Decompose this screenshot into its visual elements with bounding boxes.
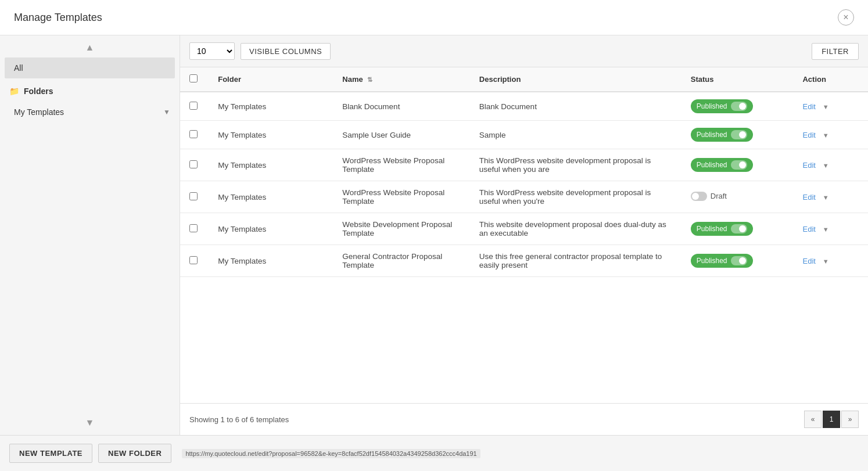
folders-label: 📁 Folders xyxy=(9,87,53,96)
row-description-0: Blank Document xyxy=(470,92,682,121)
col-header-status: Status xyxy=(682,67,794,92)
row-folder-0: My Templates xyxy=(209,92,333,121)
row-checkbox-5[interactable] xyxy=(189,256,198,264)
edit-link-1[interactable]: Edit xyxy=(802,131,815,139)
row-checkbox-cell xyxy=(180,121,209,149)
visible-columns-button[interactable]: VISIBLE COLUMNS xyxy=(241,43,331,60)
edit-link-0[interactable]: Edit xyxy=(802,102,815,111)
row-status-3: Draft xyxy=(682,181,794,213)
row-folder-4: My Templates xyxy=(209,213,333,245)
my-templates-label: My Templates xyxy=(14,107,64,117)
toolbar: 10 25 50 100 VISIBLE COLUMNS FILTER xyxy=(180,35,868,67)
row-action-0: Edit ▼ xyxy=(793,92,868,121)
action-dropdown-chevron-0[interactable]: ▼ xyxy=(823,103,829,110)
row-description-2: This WordPress website development propo… xyxy=(470,149,682,181)
col-header-name[interactable]: Name ⇅ xyxy=(333,67,470,92)
close-button[interactable]: × xyxy=(838,9,854,26)
action-dropdown-chevron-3[interactable]: ▼ xyxy=(823,194,829,201)
action-dropdown-chevron-2[interactable]: ▼ xyxy=(823,162,829,169)
row-description-4: This website development proposal does d… xyxy=(470,213,682,245)
select-all-checkbox[interactable] xyxy=(189,74,198,82)
row-checkbox-2[interactable] xyxy=(189,160,198,168)
row-checkbox-cell xyxy=(180,181,209,213)
row-checkbox-cell xyxy=(180,92,209,121)
modal-title: Manage Templates xyxy=(14,12,102,24)
modal-body: ▲ All 📁 Folders My Templates ▼ ▼ 10 25 xyxy=(0,35,868,435)
row-name-4: Website Development Proposal Template xyxy=(333,213,470,245)
row-checkbox-3[interactable] xyxy=(189,192,198,200)
table-row: My Templates WordPress Website Proposal … xyxy=(180,181,868,213)
row-checkbox-cell xyxy=(180,213,209,245)
folders-text: Folders xyxy=(24,87,53,96)
filter-button[interactable]: FILTER xyxy=(812,43,859,60)
sidebar: ▲ All 📁 Folders My Templates ▼ ▼ xyxy=(0,35,180,435)
col-header-action: Action xyxy=(793,67,868,92)
edit-link-5[interactable]: Edit xyxy=(802,257,815,265)
templates-table: Folder Name ⇅ Description Status xyxy=(180,67,868,277)
row-status-4: Published xyxy=(682,213,794,245)
table-row: My Templates Website Development Proposa… xyxy=(180,213,868,245)
row-action-1: Edit ▼ xyxy=(793,121,868,149)
table-row: My Templates Blank Document Blank Docume… xyxy=(180,92,868,121)
action-dropdown-chevron-5[interactable]: ▼ xyxy=(823,258,829,265)
sidebar-item-my-templates[interactable]: My Templates ▼ xyxy=(0,102,180,123)
published-badge-4: Published xyxy=(691,222,753,236)
status-url: https://my.quotecloud.net/edit?proposal=… xyxy=(182,449,480,458)
row-name-3: WordPress Website Proposal Template xyxy=(333,181,470,213)
col-header-folder: Folder xyxy=(209,67,333,92)
published-badge-0: Published xyxy=(691,99,753,113)
action-dropdown-chevron-1[interactable]: ▼ xyxy=(823,132,829,139)
row-checkbox-4[interactable] xyxy=(189,224,198,232)
row-folder-1: My Templates xyxy=(209,121,333,149)
scroll-up-icon[interactable]: ▲ xyxy=(0,40,180,55)
first-page-button[interactable]: « xyxy=(804,411,822,428)
row-status-2: Published xyxy=(682,149,794,181)
templates-table-container: Folder Name ⇅ Description Status xyxy=(180,67,868,403)
main-content: 10 25 50 100 VISIBLE COLUMNS FILTER xyxy=(180,35,868,435)
table-row: My Templates Sample User Guide Sample Pu… xyxy=(180,121,868,149)
manage-templates-modal: Manage Templates × ▲ All 📁 Folders My Te… xyxy=(0,0,868,471)
row-description-5: Use this free general contractor proposa… xyxy=(470,245,682,277)
last-page-button[interactable]: » xyxy=(841,411,859,428)
draft-toggle-3[interactable] xyxy=(691,192,707,201)
published-badge-5: Published xyxy=(691,254,753,268)
scroll-down-icon[interactable]: ▼ xyxy=(0,415,180,430)
published-badge-1: Published xyxy=(691,128,753,142)
table-header-row: Folder Name ⇅ Description Status xyxy=(180,67,868,92)
action-dropdown-chevron-4[interactable]: ▼ xyxy=(823,226,829,233)
row-status-1: Published xyxy=(682,121,794,149)
edit-link-2[interactable]: Edit xyxy=(802,161,815,170)
bottom-bar: NEW TEMPLATE NEW FOLDER https://my.quote… xyxy=(0,435,868,471)
row-checkbox-cell xyxy=(180,149,209,181)
row-name-5: General Contractor Proposal Template xyxy=(333,245,470,277)
new-template-button[interactable]: NEW TEMPLATE xyxy=(9,444,92,463)
folders-section: 📁 Folders xyxy=(0,81,180,102)
row-name-1: Sample User Guide xyxy=(333,121,470,149)
col-header-description: Description xyxy=(470,67,682,92)
row-folder-3: My Templates xyxy=(209,181,333,213)
draft-badge-3: Draft xyxy=(691,192,727,201)
row-name-0: Blank Document xyxy=(333,92,470,121)
published-badge-2: Published xyxy=(691,158,753,172)
row-action-2: Edit ▼ xyxy=(793,149,868,181)
folder-icon: 📁 xyxy=(9,87,19,96)
sidebar-all-item[interactable]: All xyxy=(5,57,175,78)
row-status-0: Published xyxy=(682,92,794,121)
row-checkbox-0[interactable] xyxy=(189,102,198,110)
row-description-3: This WordPress website development propo… xyxy=(470,181,682,213)
edit-link-4[interactable]: Edit xyxy=(802,225,815,233)
table-footer: Showing 1 to 6 of 6 templates « 1 » xyxy=(180,403,868,435)
row-checkbox-1[interactable] xyxy=(189,130,198,138)
row-status-5: Published xyxy=(682,245,794,277)
row-action-3: Edit ▼ xyxy=(793,181,868,213)
row-folder-5: My Templates xyxy=(209,245,333,277)
row-checkbox-cell xyxy=(180,245,209,277)
per-page-select[interactable]: 10 25 50 100 xyxy=(189,42,235,60)
sort-icon: ⇅ xyxy=(367,76,372,84)
new-folder-button[interactable]: NEW FOLDER xyxy=(98,444,171,463)
row-name-2: WordPress Website Proposal Template xyxy=(333,149,470,181)
modal-header: Manage Templates × xyxy=(0,0,868,35)
edit-link-3[interactable]: Edit xyxy=(802,193,815,202)
current-page-button[interactable]: 1 xyxy=(823,411,840,428)
row-description-1: Sample xyxy=(470,121,682,149)
